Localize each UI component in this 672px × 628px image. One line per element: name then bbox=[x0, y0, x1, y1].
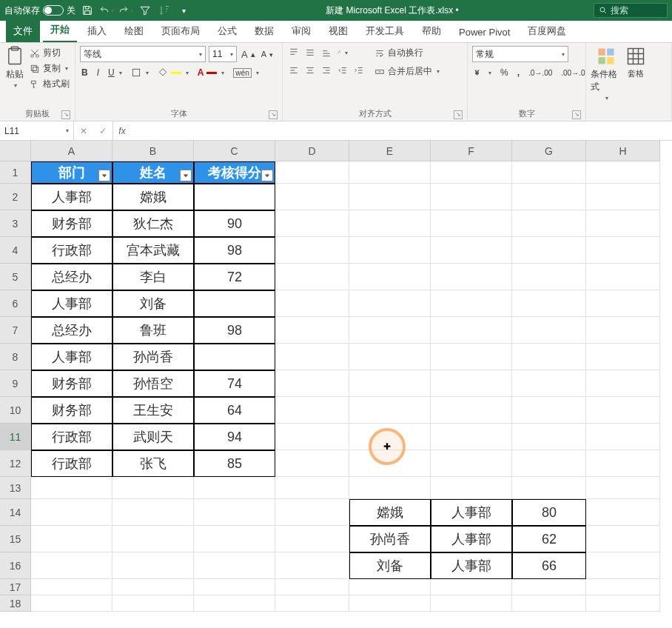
cell-G14[interactable]: 80 bbox=[512, 499, 586, 526]
italic-button[interactable]: I bbox=[95, 67, 101, 78]
cell-E14[interactable]: 嫦娥 bbox=[349, 499, 431, 526]
cell-H3[interactable] bbox=[586, 210, 660, 237]
cell-F4[interactable] bbox=[431, 237, 512, 264]
cell-B7[interactable]: 鲁班 bbox=[112, 317, 194, 344]
cell-H14[interactable] bbox=[586, 499, 660, 526]
cell-G13[interactable] bbox=[512, 477, 586, 499]
cell-G17[interactable] bbox=[512, 579, 586, 595]
align-left-button[interactable] bbox=[287, 64, 300, 77]
cell-F14[interactable]: 人事部 bbox=[431, 499, 512, 526]
row-header-11[interactable]: 11 bbox=[0, 424, 31, 450]
cell-D14[interactable] bbox=[275, 499, 349, 526]
cell-H17[interactable] bbox=[586, 579, 660, 595]
col-header-F[interactable]: F bbox=[431, 141, 512, 161]
increase-font-button[interactable]: A▴ bbox=[240, 48, 257, 61]
cell-C14[interactable] bbox=[194, 499, 275, 526]
wrap-text-button[interactable]: 自动换行 bbox=[373, 46, 441, 60]
row-header-5[interactable]: 5 bbox=[0, 264, 31, 290]
filter-button-B[interactable] bbox=[180, 170, 192, 181]
cell-F18[interactable] bbox=[431, 595, 512, 612]
cell-C16[interactable] bbox=[194, 552, 275, 579]
cell-A13[interactable] bbox=[31, 477, 112, 499]
tab-数据[interactable]: 数据 bbox=[247, 20, 281, 42]
cell-D15[interactable] bbox=[275, 526, 349, 552]
cell-B13[interactable] bbox=[112, 477, 194, 499]
cell-G6[interactable] bbox=[512, 290, 586, 317]
tab-Power Pivot[interactable]: Power Pivot bbox=[451, 22, 517, 42]
cell-F8[interactable] bbox=[431, 344, 512, 370]
filter-button-C[interactable] bbox=[261, 170, 273, 181]
cell-H13[interactable] bbox=[586, 477, 660, 499]
cell-F1[interactable] bbox=[431, 161, 512, 184]
cell-G7[interactable] bbox=[512, 317, 586, 344]
cell-C2[interactable] bbox=[194, 184, 275, 210]
row-header-7[interactable]: 7 bbox=[0, 317, 31, 344]
cell-D8[interactable] bbox=[275, 344, 349, 370]
filter-icon[interactable] bbox=[138, 3, 152, 18]
cell-B16[interactable] bbox=[112, 552, 194, 579]
cell-F3[interactable] bbox=[431, 210, 512, 237]
cell-B3[interactable]: 狄仁杰 bbox=[112, 210, 194, 237]
enter-formula-icon[interactable]: ✓ bbox=[93, 126, 112, 136]
cell-H1[interactable] bbox=[586, 161, 660, 184]
merge-center-button[interactable]: 合并后居中▾ bbox=[373, 64, 441, 78]
cell-C3[interactable]: 90 bbox=[194, 210, 275, 237]
cell-B2[interactable]: 嫦娥 bbox=[112, 184, 194, 210]
tab-开始[interactable]: 开始 bbox=[43, 19, 77, 42]
cell-D16[interactable] bbox=[275, 552, 349, 579]
cell-E2[interactable] bbox=[349, 184, 431, 210]
cell-F7[interactable] bbox=[431, 317, 512, 344]
cell-B11[interactable]: 武则天 bbox=[112, 424, 194, 450]
row-header-4[interactable]: 4 bbox=[0, 237, 31, 264]
comma-format-button[interactable]: , bbox=[516, 67, 521, 78]
cell-E12[interactable] bbox=[349, 450, 431, 477]
tab-审阅[interactable]: 审阅 bbox=[284, 20, 318, 42]
col-header-B[interactable]: B bbox=[112, 141, 194, 161]
col-header-D[interactable]: D bbox=[275, 141, 349, 161]
row-header-14[interactable]: 14 bbox=[0, 499, 31, 526]
tab-公式[interactable]: 公式 bbox=[210, 20, 244, 42]
cell-H15[interactable] bbox=[586, 526, 660, 552]
cell-B15[interactable] bbox=[112, 526, 194, 552]
cell-G3[interactable] bbox=[512, 210, 586, 237]
cell-H7[interactable] bbox=[586, 317, 660, 344]
cell-A15[interactable] bbox=[31, 526, 112, 552]
cell-C9[interactable]: 74 bbox=[194, 370, 275, 397]
clipboard-dialog-launcher[interactable]: ↘ bbox=[61, 110, 70, 119]
cell-D1[interactable] bbox=[275, 161, 349, 184]
decrease-decimal-button[interactable]: .00→.0 bbox=[560, 68, 586, 78]
search-box[interactable]: 搜索 bbox=[594, 3, 668, 18]
font-dialog-launcher[interactable]: ↘ bbox=[269, 110, 278, 119]
cell-F11[interactable] bbox=[431, 424, 512, 450]
cell-D7[interactable] bbox=[275, 317, 349, 344]
increase-indent-button[interactable] bbox=[352, 64, 366, 77]
cell-H9[interactable] bbox=[586, 370, 660, 397]
cell-D18[interactable] bbox=[275, 595, 349, 612]
cell-B1[interactable]: 姓名 bbox=[112, 161, 194, 184]
col-header-A[interactable]: A bbox=[31, 141, 112, 161]
cell-G15[interactable]: 62 bbox=[512, 526, 586, 552]
cell-H6[interactable] bbox=[586, 290, 660, 317]
tab-百度网盘[interactable]: 百度网盘 bbox=[520, 20, 574, 42]
cell-E15[interactable]: 孙尚香 bbox=[349, 526, 431, 552]
cell-A11[interactable]: 行政部 bbox=[31, 424, 112, 450]
col-header-H[interactable]: H bbox=[586, 141, 660, 161]
cell-G5[interactable] bbox=[512, 264, 586, 290]
row-header-17[interactable]: 17 bbox=[0, 579, 31, 595]
formula-input[interactable] bbox=[131, 121, 672, 140]
cell-A8[interactable]: 人事部 bbox=[31, 344, 112, 370]
select-all-corner[interactable] bbox=[0, 141, 31, 161]
col-header-E[interactable]: E bbox=[349, 141, 431, 161]
cell-A17[interactable] bbox=[31, 579, 112, 595]
cell-D4[interactable] bbox=[275, 237, 349, 264]
cell-B9[interactable]: 孙悟空 bbox=[112, 370, 194, 397]
cell-E8[interactable] bbox=[349, 344, 431, 370]
cell-D17[interactable] bbox=[275, 579, 349, 595]
cell-E11[interactable] bbox=[349, 424, 431, 450]
cell-E13[interactable] bbox=[349, 477, 431, 499]
cell-G8[interactable] bbox=[512, 344, 586, 370]
cell-H8[interactable] bbox=[586, 344, 660, 370]
cell-B8[interactable]: 孙尚香 bbox=[112, 344, 194, 370]
cell-A12[interactable]: 行政部 bbox=[31, 450, 112, 477]
cell-H5[interactable] bbox=[586, 264, 660, 290]
